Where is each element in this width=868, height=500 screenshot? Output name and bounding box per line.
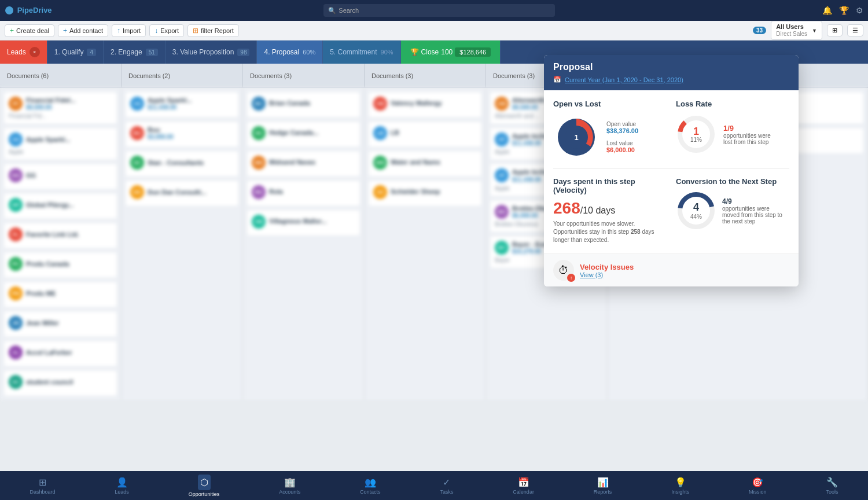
deal-card[interactable]: LB LB [368,121,482,148]
deal-name: Financial Fidel... [26,97,76,104]
conversion-chart: 4 44% 4/9 opportunities were moved from … [676,190,789,231]
popup-date-link[interactable]: Current Year (Jan 1, 2020 - Dec 31, 2020… [565,76,683,83]
deal-card[interactable]: GG GG [3,163,117,190]
loss-rate-value: 1 [690,126,702,137]
stage-close-label: Close [421,48,439,56]
deal-card[interactable]: AS Apple Sparkl... $11,438.00 [125,91,239,118]
deal-card[interactable]: BU Buu $3,000.00 [125,121,239,148]
deal-card[interactable]: AS Apple Sparkl... Apple [3,127,117,160]
bottom-nav-insights[interactable]: 💡 Insights [667,475,694,497]
bottom-nav-reports[interactable]: 📊 Reports [589,475,617,497]
dashboard-icon: ⊞ [39,477,46,488]
opportunities-icon: ⬡ [200,477,208,487]
bottom-nav-dashboard[interactable]: ⊞ Dashboard [25,475,60,497]
deal-card[interactable]: GP Global Pilergy... [3,193,117,219]
deal-name: Produ ME [26,290,56,297]
bottom-nav-tools[interactable]: 🔧 Tools [821,475,843,497]
ovl-legend: Open value $38,376.00 Lost value $6,000.… [606,121,638,153]
deal-name: Global Pilergy... [26,201,73,209]
deal-avatar: AT [495,133,509,146]
deal-card[interactable]: JM Jean Miller [3,311,117,337]
deal-card[interactable]: FL Favorite Link Ltd. [3,222,117,249]
deal-avatar: AT [495,168,509,182]
insights-icon: 💡 [675,477,686,488]
deal-card[interactable]: FF Financial Fidel... $9,500.00 Financia… [3,91,117,124]
bottom-nav-reports-label: Reports [594,489,612,495]
velocity-issues-link[interactable]: View (3) [580,271,634,278]
bottom-nav-mission[interactable]: 🎯 Mission [744,475,771,497]
stage-commitment[interactable]: 5. Commitment 90% [323,41,400,64]
trophy-icon[interactable]: 🏆 [839,6,849,15]
reports-icon: 📊 [597,477,609,488]
bottom-nav-calendar[interactable]: 📅 Calendar [508,475,539,497]
deal-name: Jean Miller [26,319,59,327]
plus-icon: + [63,27,67,35]
view-toggle[interactable]: ⊞ [827,24,843,36]
leads-column: FF Financial Fidel... $9,500.00 Financia… [0,88,122,400]
lost-value: $6,000.00 [606,146,638,153]
stage-qualify[interactable]: 1. Qualify 4 [47,41,104,64]
loss-description: opportunities were lost from this step [723,133,775,145]
bottom-nav-contacts[interactable]: 👥 Contacts [355,475,385,497]
stage-proposal[interactable]: 4. Proposal 60% [257,41,323,64]
bottom-nav-accounts[interactable]: 🏢 Accounts [274,475,305,497]
popup-date-row: 📅 Current Year (Jan 1, 2020 - Dec 31, 20… [553,76,789,83]
bottom-nav-tools-label: Tools [826,489,838,495]
stage-leads[interactable]: Leads × [0,41,47,64]
pie-center-label: 1 [574,133,578,142]
deal-card[interactable]: HC Hedge Canada... [247,121,361,148]
action-bar: + Create deal + Add contact ↑ Import ↓ E… [0,21,868,41]
bottom-nav-opportunities[interactable]: ⬡ Opportunities [184,472,225,499]
deal-card[interactable]: SC student council [3,370,117,396]
deal-card[interactable]: MN Midsand Navas [247,150,361,177]
stage-close-value: $128,646 [455,47,491,57]
deal-avatar: AL [9,345,23,359]
deal-avatar: MN [252,156,266,170]
deal-card[interactable]: VM Villagnous Mallor... [247,209,361,236]
loss-rate-donut: 1 11% [676,114,716,155]
deal-card[interactable]: SC Stan - Consultants [125,150,239,177]
create-deal-button[interactable]: + Create deal [5,24,54,37]
stage-engage[interactable]: 2. Engage 51 [104,41,165,64]
open-vs-lost-chart: 1 Open value $38,376.00 Lost value $6,00… [553,114,667,160]
deal-card[interactable]: SS Schielder Sheep [368,180,482,207]
deal-card[interactable]: WN Water and Nams [368,150,482,177]
deal-card[interactable]: AL Accel LaFerber [3,340,117,367]
conversion-desc: opportunities were moved from this step … [722,205,786,225]
deal-name: Hedge Canada... [269,129,319,137]
chevron-down-icon: ▼ [812,28,817,34]
contacts-icon: 👥 [365,477,376,488]
bottom-nav-leads[interactable]: 👤 Leads [110,475,134,497]
deal-name: Brian Canada [269,100,310,107]
filter-report-button[interactable]: ⊞ filter Report [187,24,239,37]
import-button[interactable]: ↑ Import [112,24,146,37]
user-filter-dropdown[interactable]: All Users Direct Sales ▼ [771,21,822,40]
export-button[interactable]: ↓ Export [149,24,184,37]
deal-name: Schielder Sheep [391,188,440,196]
search-bar[interactable]: 🔍 Search [323,4,555,17]
loss-rate-percent: 11% [690,137,702,143]
stage-engage-count: 51 [146,49,158,56]
import-icon: ↑ [117,27,120,35]
bell-icon[interactable]: 🔔 [822,6,832,15]
deal-name: student council [26,378,73,386]
cog-icon[interactable]: ⚙ [856,6,863,15]
proposal-popup: Proposal 📅 Current Year (Jan 1, 2020 - D… [544,55,799,286]
deal-card[interactable]: PM Produ ME [3,281,117,308]
deal-card[interactable]: PC Produ Canada [3,252,117,278]
deal-card[interactable]: BC Brian Canada [247,91,361,118]
add-contact-button[interactable]: + Add contact [58,24,108,37]
user-filter-label: All Users [776,23,807,31]
open-value: $38,376.00 [606,127,638,134]
deal-name: Water and Nams [391,159,440,166]
deal-card[interactable]: DD Dun Dan Consulti... [125,180,239,207]
deal-card[interactable]: VM Valency Mallergy [368,91,482,118]
list-view-toggle[interactable]: ☰ [847,24,863,36]
stage-value-prop[interactable]: 3. Value Proposition 98 [165,41,258,64]
bottom-nav-mission-label: Mission [749,489,767,495]
deal-avatar: SC [130,156,144,170]
bottom-nav-tasks[interactable]: ✓ Tasks [435,475,458,497]
velocity-issues-bar: ⏱ ! Velocity Issues View (3) [544,253,799,286]
deal-card[interactable]: RO Rola [247,180,361,207]
stage-close[interactable]: 🏆 Close 100 $128,646 [401,41,501,64]
